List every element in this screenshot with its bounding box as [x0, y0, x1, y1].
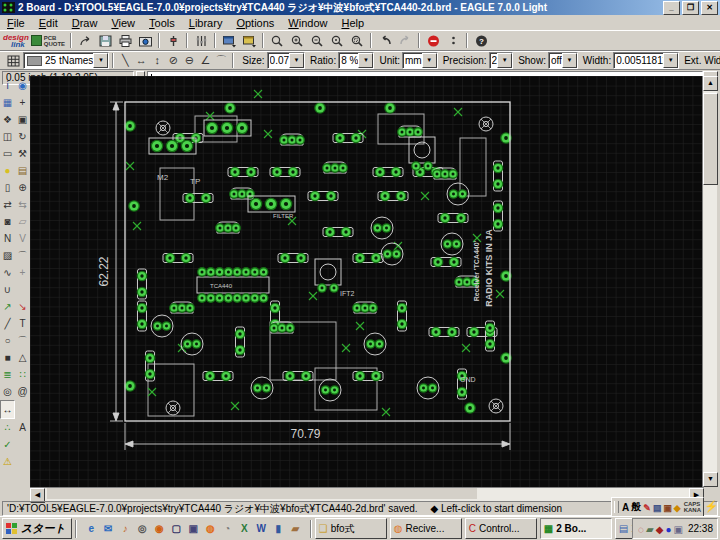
name-tool[interactable]: N [0, 230, 15, 247]
width-combobox[interactable]: 0.00511811▼ [613, 52, 679, 69]
pinswap-tool[interactable]: ⇄ [0, 196, 15, 213]
rotate-tool[interactable]: ↻ [15, 128, 30, 145]
device-icon[interactable]: ▰ [646, 524, 654, 535]
wire-tool[interactable]: ╱ [0, 315, 15, 332]
switch-editor-icon[interactable] [75, 33, 95, 49]
scroll-down-icon[interactable]: ▼ [703, 472, 718, 487]
save-icon[interactable] [95, 33, 115, 49]
taskbar-button-1-sche-[interactable]: ▤1 Sche... [615, 518, 632, 539]
rect-tool[interactable]: ■ [0, 349, 15, 366]
cut-tool[interactable]: ● [0, 162, 15, 179]
menu-draw[interactable]: Draw [65, 16, 105, 30]
add-part-tool[interactable]: ⊕ [15, 179, 30, 196]
ratio-combobox[interactable]: 8 %▼ [338, 52, 374, 69]
dim-leader-icon[interactable]: ⌒ [213, 53, 229, 69]
taskbar-button-bfo-[interactable]: ❑bfo式 [315, 518, 387, 539]
scroll-up-icon[interactable]: ▲ [703, 76, 718, 91]
maximize-button[interactable]: ❐ [682, 1, 699, 15]
ime-conversion-mode[interactable]: 般 [631, 500, 641, 514]
print-icon[interactable] [115, 33, 135, 49]
word-icon[interactable]: W [254, 521, 269, 536]
precision-combobox[interactable]: 2▼ [489, 52, 514, 69]
lock-tool[interactable]: ◙ [0, 213, 15, 230]
ratsnest-tool[interactable]: ∴ [0, 419, 15, 436]
sheet-window-icon[interactable] [239, 33, 259, 49]
value-tool[interactable]: V [15, 230, 30, 247]
volume-muted-icon[interactable]: ◌ [638, 524, 644, 535]
vertical-scroll-thumb[interactable] [703, 93, 718, 185]
gateswap-tool[interactable]: ⇆ [15, 196, 30, 213]
polygon-tool[interactable]: △ [15, 349, 30, 366]
show-dropdown-icon[interactable]: ▼ [562, 53, 577, 68]
route-tool[interactable]: ↗ [0, 298, 15, 315]
dim-angle-icon[interactable]: ∠ [197, 53, 213, 69]
excel-icon[interactable]: X [237, 521, 252, 536]
autoroute-tool[interactable]: A [15, 419, 30, 436]
layer-dropdown-icon[interactable]: ▼ [93, 53, 108, 68]
signal-tool[interactable]: ∷ [15, 366, 30, 383]
text-tool[interactable]: T [15, 315, 30, 332]
dim-radius-icon[interactable]: ⊘ [165, 53, 181, 69]
drc-tool[interactable]: ✓ [0, 436, 15, 453]
cam-processor-icon[interactable] [135, 33, 155, 49]
dim-parallel-icon[interactable]: ╲ [117, 53, 133, 69]
info-tool[interactable]: i [0, 77, 15, 94]
design-link-logo[interactable]: designlink [3, 34, 29, 48]
display-settings-icon[interactable] [191, 33, 211, 49]
stop-icon[interactable] [423, 33, 443, 49]
antivirus-shield-icon[interactable]: ◆ [656, 524, 664, 535]
start-button[interactable]: スタート [2, 518, 72, 539]
dim-vertical-icon[interactable]: ↕ [149, 53, 165, 69]
layer-combobox[interactable]: 25 tNames▼ [23, 52, 109, 69]
board-canvas[interactable]: TCA440M2TPFILTERIFT2GNDReceiver 'TCA440'… [30, 76, 702, 487]
dim-diameter-icon[interactable]: ⊖ [181, 53, 197, 69]
ime-status-icon[interactable]: ▣ [674, 524, 683, 535]
taskbar-button-2-bo-[interactable]: ▦2 Bo... [540, 518, 612, 539]
menu-window[interactable]: Window [281, 16, 334, 30]
size-combobox[interactable]: 0.07▼ [267, 52, 305, 69]
menu-help[interactable]: Help [334, 16, 371, 30]
replace-tool[interactable]: ▱ [15, 213, 30, 230]
menu-tools[interactable]: Tools [142, 16, 182, 30]
wmp-icon[interactable]: ◉ [152, 521, 167, 536]
zoom-redraw-icon[interactable] [327, 33, 347, 49]
menu-file[interactable]: File [0, 16, 32, 30]
app-folder-icon[interactable]: ▰ [288, 521, 303, 536]
hole-tool[interactable]: ◎ [0, 383, 15, 400]
via-tool[interactable]: ≣ [0, 366, 15, 383]
run-script-icon[interactable] [163, 33, 183, 49]
show-combobox[interactable]: off▼ [548, 52, 578, 69]
dimension-tool[interactable]: ↔ [0, 400, 15, 419]
board-window-icon[interactable] [219, 33, 239, 49]
pcb-quote-button[interactable]: PCBQUOTE [31, 35, 65, 47]
search-icon[interactable]: ◎ [135, 521, 150, 536]
meander-tool[interactable]: ∪ [0, 281, 15, 298]
miter-tool[interactable]: ⌒ [15, 247, 30, 264]
taskbar-button-control-[interactable]: CControl... [465, 518, 537, 539]
circle-tool[interactable]: ○ [0, 332, 15, 349]
menu-edit[interactable]: Edit [32, 16, 65, 30]
ime-input-mode[interactable]: A [622, 502, 629, 513]
ime-grip[interactable] [614, 501, 619, 513]
ripup-tool[interactable]: ↘ [15, 298, 30, 315]
smash-tool[interactable]: ▨ [0, 247, 15, 264]
taskbar-button-recive-[interactable]: ◍Recive... [390, 518, 462, 539]
arc-tool[interactable]: ⌒ [15, 332, 30, 349]
attribute-tool[interactable]: @ [15, 383, 30, 400]
horizontal-scroll-thumb[interactable] [47, 488, 477, 499]
group-tool[interactable]: ▭ [0, 145, 15, 162]
redo-icon[interactable] [395, 33, 415, 49]
mail-icon[interactable]: ✉ [101, 521, 116, 536]
size-dropdown-icon[interactable]: ▼ [289, 53, 304, 68]
display-layers-tool[interactable]: ▦ [0, 94, 15, 111]
zoom-select-icon[interactable] [347, 33, 367, 49]
split-tool[interactable]: ∿ [0, 264, 15, 281]
show-tool[interactable]: ◉ [15, 77, 30, 94]
unit-dropdown-icon[interactable]: ▼ [422, 53, 437, 68]
paste-tool[interactable]: ▤ [15, 162, 30, 179]
menu-library[interactable]: Library [182, 16, 230, 30]
ime-language-bar[interactable]: A 般 ✎▤▣◆ CAPSKANA [611, 497, 704, 517]
menu-options[interactable]: Options [229, 16, 281, 30]
precision-dropdown-icon[interactable]: ▼ [497, 53, 512, 68]
zoom-fit-icon[interactable] [267, 33, 287, 49]
